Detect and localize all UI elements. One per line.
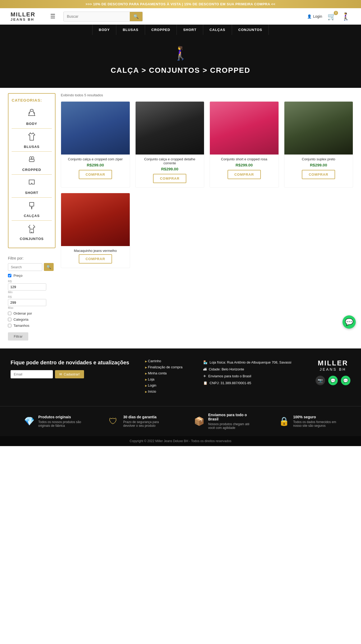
price-currency-max: R$ (8, 295, 55, 298)
sidebar-item-cropped[interactable]: CROPPED (12, 152, 52, 175)
envelope-icon: ✉ (59, 372, 62, 376)
order-by-checkbox[interactable] (8, 312, 11, 315)
product-image (61, 193, 130, 246)
hero-breadcrumb: CALÇA > CONJUNTOS > CROPPED (111, 66, 251, 75)
footer-socials: 📷 💬 💬 (316, 376, 350, 385)
footer-brand-miller: MILLER (316, 359, 350, 367)
search-input[interactable] (64, 12, 130, 21)
nav-cropped[interactable]: CROPPED (145, 25, 177, 35)
feature-desc: Nossos produtos chegam até você com agil… (208, 422, 252, 430)
sidebar-item-calcas[interactable]: CALÇAS (12, 198, 52, 221)
instagram-button[interactable]: 📷 (316, 376, 325, 385)
product-info: Conjunto calça e cropped com ziper R$299… (61, 155, 130, 179)
product-name: Conjunto short e cropped rosa (213, 157, 275, 161)
footer-link-finalizacao[interactable]: Finalização de compra (145, 365, 187, 369)
shipping-icon: ✈ (203, 373, 206, 380)
search-button[interactable]: 🔍 (130, 12, 142, 21)
info-cnpj: CNPJ: 31.389.887/0001-85 (210, 380, 251, 387)
product-price: R$299.00 (288, 163, 350, 167)
buy-button[interactable]: COMPRAR (153, 174, 186, 183)
order-by-row[interactable]: Ordenar por (8, 311, 55, 315)
sidebar-item-blusas[interactable]: BLUSAS (12, 129, 52, 152)
figure-icon: 🚶‍♀️ (341, 12, 350, 21)
newsletter-email-input[interactable] (11, 370, 53, 378)
cart-badge: 0 (334, 11, 338, 15)
whatsapp-social-icon: 💬 (330, 378, 336, 383)
main-container: CATEGORIAS: BODY B (0, 88, 361, 348)
product-name: Conjunto calça e cropped detalhe corrent… (139, 157, 201, 165)
sidebar-item-conjuntos[interactable]: CONJUNTOS (12, 221, 52, 243)
footer-link-minha-conta[interactable]: Minha conta (145, 371, 187, 375)
filter-button[interactable]: Filtrar (8, 332, 28, 341)
nav-conjuntos[interactable]: CONJUNTOS (232, 25, 269, 35)
footer-brand-jeans-bh: JEANS BH (316, 367, 350, 371)
product-name: Conjunto calça e cropped com ziper (64, 157, 127, 161)
footer-link-inicio[interactable]: Início (145, 389, 187, 393)
whatsapp-icon2: 💬 (343, 378, 348, 383)
footer-link-login[interactable]: Login (145, 383, 187, 387)
nav-calcas[interactable]: CALÇAS (203, 25, 232, 35)
hero-figure-icon: 🚶‍♀️ (172, 46, 189, 61)
price-max-input[interactable] (8, 299, 46, 306)
product-info: Conjunto calça e cropped detalhe corrent… (136, 155, 204, 183)
sidebar-item-body[interactable]: BODY (12, 106, 52, 129)
whatsapp-social-button[interactable]: 💬 (328, 376, 338, 385)
filter-search-input[interactable] (8, 263, 42, 271)
category-row[interactable]: Categoria (8, 318, 55, 321)
products-grid: Conjunto calça e cropped com ziper R$299… (61, 101, 353, 188)
newsletter-register-button[interactable]: ✉ Cadastrar! (55, 370, 84, 378)
tamanho-checkbox[interactable] (8, 324, 11, 327)
cart-button[interactable]: 🛒 0 (327, 12, 336, 21)
price-checkbox[interactable] (8, 274, 11, 277)
feature-desc: Todos os nossos produtos são originais d… (38, 420, 82, 428)
tamanho-label: Tamanhos (13, 324, 29, 328)
svg-point-4 (32, 157, 34, 159)
price-filter-row[interactable]: Preço (8, 274, 55, 278)
feature-title: Produtos originais (38, 415, 82, 419)
blusas-label: BLUSAS (24, 145, 39, 149)
buy-button[interactable]: COMPRAR (79, 170, 112, 179)
footer-newsletter: Fique pode dentro de novidades e atualiz… (0, 348, 361, 406)
footer-link-carrinho[interactable]: Carrinho (145, 359, 187, 363)
logo[interactable]: MILLER JEANS BH (11, 11, 42, 21)
search-icon: 🔍 (47, 265, 51, 269)
footer-link-loja[interactable]: Loja (145, 377, 187, 381)
tamanho-row[interactable]: Tamanhos (8, 324, 55, 328)
info-shipping-row: ✈ Enviamos para todo o Brasil (203, 373, 291, 380)
logo-jeans-bh: JEANS BH (11, 18, 42, 21)
buy-button[interactable]: COMPRAR (79, 254, 112, 264)
nav-short[interactable]: SHORT (177, 25, 203, 35)
sidebar-item-short[interactable]: SHORT (12, 175, 52, 198)
info-address: Loja física: Rua Antônio de Albuquerque … (210, 359, 291, 366)
category-checkbox[interactable] (8, 318, 11, 321)
login-button[interactable]: 👤 Login (307, 14, 322, 19)
user-icon: 👤 (307, 14, 312, 19)
feature-title: 30 dias de garantia (123, 415, 167, 419)
buy-button[interactable]: COMPRAR (302, 170, 335, 179)
calcas-label: CALÇAS (24, 214, 40, 218)
register-btn-label: Cadastrar! (64, 372, 80, 376)
nav-body[interactable]: BODY (92, 25, 117, 35)
svg-point-0 (30, 109, 33, 111)
nav-blusas[interactable]: BLUSAS (116, 25, 145, 35)
body-icon (26, 108, 37, 121)
newsletter-left: Fique pode dentro de novidades e atualiz… (11, 359, 129, 378)
product-image (284, 102, 353, 155)
filter-search-button[interactable]: 🔍 (44, 263, 54, 271)
feature-secure: 🔒 100% seguro Todos os dados fornecidos … (279, 413, 337, 430)
cnpj-icon: 📋 (203, 380, 207, 387)
whatsapp-float-button[interactable]: 💬 (343, 315, 356, 329)
hamburger-menu-icon[interactable]: ☰ (50, 13, 55, 20)
buy-button[interactable]: COMPRAR (228, 170, 261, 179)
product-info: Conjunto short e cropped rosa R$299.00 C… (210, 155, 279, 179)
whatsapp-button2[interactable]: 💬 (341, 376, 350, 385)
product-price: R$299.00 (213, 163, 275, 167)
newsletter-form: ✉ Cadastrar! (11, 370, 129, 378)
price-min-input[interactable] (8, 283, 46, 291)
feature-secure-text: 100% seguro Todos os dados fornecidos em… (293, 415, 337, 428)
product-info: Conjunto suplex preto R$299.00 COMPRAR (284, 155, 353, 179)
top-banner: >>> 10% DE DESCONTO PARA PAGAMENTOS À VI… (0, 0, 361, 8)
feature-guarantee-text: 30 dias de garantia Prazo de segurança p… (123, 415, 167, 428)
calcas-icon (26, 200, 37, 213)
box-icon: 📦 (194, 416, 205, 426)
